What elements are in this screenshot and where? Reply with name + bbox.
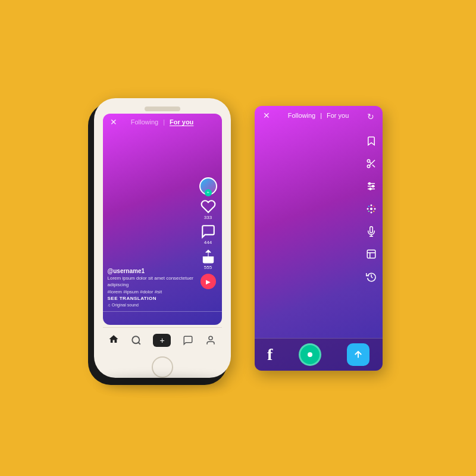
phone-shadow bbox=[100, 377, 225, 389]
nav-search[interactable] bbox=[131, 335, 142, 346]
scissors-icon bbox=[366, 158, 377, 169]
tab-following-right[interactable]: Following bbox=[288, 112, 315, 119]
effects-icon bbox=[366, 203, 377, 214]
phone-right: ✕ Following | For you ↻ bbox=[255, 106, 383, 371]
upload-icon bbox=[353, 349, 364, 360]
svg-point-21 bbox=[373, 211, 374, 212]
screen-topbar: ✕ Following | For you bbox=[103, 114, 222, 130]
see-translation[interactable]: SEE TRANSLATION bbox=[108, 296, 195, 301]
description: Lorem ipsum dolor sit amet consectetuer … bbox=[108, 275, 195, 288]
svg-point-19 bbox=[373, 205, 374, 206]
svg-point-20 bbox=[368, 211, 369, 212]
heart-icon bbox=[201, 199, 216, 214]
share-icon bbox=[201, 249, 216, 264]
like-count: 333 bbox=[204, 215, 212, 220]
close-icon-right[interactable]: ✕ bbox=[263, 111, 270, 120]
svg-point-27 bbox=[308, 352, 312, 357]
svg-line-6 bbox=[369, 162, 371, 164]
phone-screen-left: ✕ Following | For you 333 bbox=[103, 114, 222, 325]
comment-item[interactable]: 444 bbox=[201, 224, 216, 245]
user-info: @username1 Lorem ipsum dolor sit amet co… bbox=[108, 268, 195, 307]
svg-point-18 bbox=[368, 205, 369, 206]
effects-button[interactable] bbox=[366, 203, 377, 217]
comment-icon bbox=[201, 224, 216, 239]
edit-panel bbox=[366, 136, 377, 284]
history-icon bbox=[366, 271, 377, 282]
svg-point-0 bbox=[132, 336, 139, 343]
bottom-nav: + bbox=[103, 327, 222, 353]
svg-point-17 bbox=[374, 208, 375, 209]
profile-icon bbox=[205, 335, 216, 346]
nav-home[interactable] bbox=[108, 334, 119, 347]
svg-point-13 bbox=[370, 208, 372, 209]
tab-foryou-right[interactable]: For you bbox=[327, 112, 349, 119]
bookmark-button[interactable] bbox=[366, 136, 377, 149]
play-button[interactable]: ▶ bbox=[201, 274, 216, 289]
upload-button[interactable] bbox=[347, 343, 369, 366]
mic-icon bbox=[366, 226, 377, 237]
avatar-item[interactable] bbox=[199, 177, 217, 195]
svg-point-16 bbox=[367, 208, 368, 209]
nav-inbox[interactable] bbox=[183, 335, 193, 346]
sound-bar[interactable]: ♫ Original sound bbox=[108, 303, 195, 307]
svg-rect-24 bbox=[367, 250, 375, 258]
avatar[interactable] bbox=[199, 177, 217, 195]
hashtags[interactable]: #lorem #ipsum #dolor #sit bbox=[108, 289, 195, 295]
phone-notch bbox=[145, 107, 180, 111]
nav-divider-left: | bbox=[163, 118, 165, 126]
like-item[interactable]: 333 bbox=[201, 199, 216, 220]
scissors-button[interactable] bbox=[366, 158, 377, 171]
phone-left: ✕ Following | For you 333 bbox=[94, 98, 231, 378]
side-icons: 333 444 555 ▶ bbox=[199, 177, 217, 289]
comment-count: 444 bbox=[204, 240, 212, 245]
main-scene: ✕ Following | For you 333 bbox=[94, 98, 383, 378]
close-icon-left[interactable]: ✕ bbox=[110, 117, 117, 127]
progress-line bbox=[103, 311, 222, 312]
svg-point-15 bbox=[370, 211, 372, 213]
svg-line-5 bbox=[372, 164, 374, 167]
filter-icon bbox=[366, 181, 377, 192]
filter-button[interactable] bbox=[366, 181, 377, 194]
tab-following-left[interactable]: Following bbox=[131, 118, 158, 126]
svg-point-1 bbox=[209, 336, 212, 340]
share-item[interactable]: 555 bbox=[201, 249, 216, 270]
nav-add-button[interactable]: + bbox=[153, 334, 171, 347]
play-item[interactable]: ▶ bbox=[201, 274, 216, 289]
right-bottom-bar: f bbox=[255, 338, 383, 371]
share-count: 555 bbox=[204, 265, 212, 270]
nav-divider-right: | bbox=[320, 112, 322, 119]
record-icon bbox=[305, 350, 315, 359]
svg-point-10 bbox=[368, 183, 370, 184]
svg-point-2 bbox=[367, 159, 370, 162]
record-button[interactable] bbox=[299, 343, 321, 366]
inbox-icon bbox=[183, 335, 193, 346]
svg-point-11 bbox=[372, 185, 374, 187]
bookmark-icon bbox=[366, 136, 377, 146]
sticker-button[interactable] bbox=[366, 249, 377, 262]
search-icon bbox=[131, 335, 142, 346]
sticker-icon bbox=[366, 249, 377, 259]
refresh-icon[interactable]: ↻ bbox=[367, 112, 374, 121]
tab-foryou-left[interactable]: For you bbox=[170, 118, 193, 126]
phone-home-button[interactable] bbox=[152, 356, 173, 378]
username[interactable]: @username1 bbox=[108, 268, 195, 274]
svg-point-3 bbox=[367, 165, 370, 168]
svg-point-12 bbox=[369, 188, 371, 190]
nav-profile[interactable] bbox=[205, 335, 216, 346]
home-icon bbox=[108, 334, 119, 345]
facebook-icon[interactable]: f bbox=[267, 345, 273, 364]
history-button[interactable] bbox=[366, 271, 377, 284]
svg-point-14 bbox=[370, 204, 372, 206]
nav-tabs-right: Following | For you bbox=[288, 112, 349, 119]
right-topbar: ✕ Following | For you ↻ bbox=[255, 106, 383, 125]
nav-tabs-left: Following | For you bbox=[131, 118, 194, 126]
mic-button[interactable] bbox=[366, 226, 377, 239]
